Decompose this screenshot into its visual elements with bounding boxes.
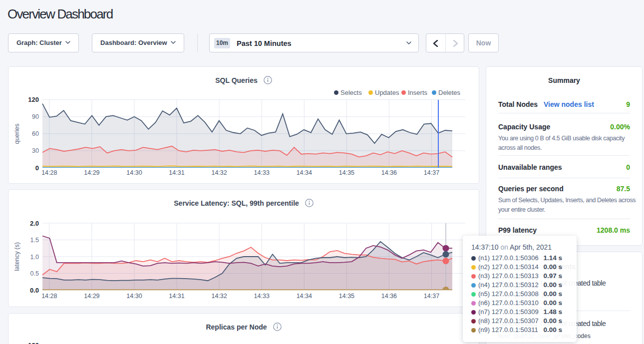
svg-text:30: 30 xyxy=(32,147,39,154)
svg-text:14:34: 14:34 xyxy=(297,169,312,176)
svg-text:60: 60 xyxy=(32,130,39,137)
svg-text:14:29: 14:29 xyxy=(84,293,99,300)
svg-text:14:36: 14:36 xyxy=(381,293,397,300)
svg-text:0.5: 0.5 xyxy=(30,270,39,277)
svg-text:0.0: 0.0 xyxy=(30,287,39,294)
svg-text:14:33: 14:33 xyxy=(254,169,270,176)
svg-text:14:34: 14:34 xyxy=(297,293,312,300)
svg-text:0: 0 xyxy=(35,164,39,172)
svg-text:14:29: 14:29 xyxy=(84,169,99,176)
svg-text:14:32: 14:32 xyxy=(211,293,227,300)
svg-text:14:28: 14:28 xyxy=(41,169,57,176)
svg-text:latency (s): latency (s) xyxy=(13,242,20,271)
svg-text:14:31: 14:31 xyxy=(169,293,184,300)
svg-text:120: 120 xyxy=(28,96,39,103)
svg-text:14:30: 14:30 xyxy=(126,169,142,176)
svg-text:14:35: 14:35 xyxy=(339,293,354,300)
svg-text:14:36: 14:36 xyxy=(381,169,397,176)
svg-text:1.0: 1.0 xyxy=(30,254,39,261)
svg-text:14:37: 14:37 xyxy=(424,169,439,176)
svg-text:14:35: 14:35 xyxy=(339,169,354,176)
svg-text:14:32: 14:32 xyxy=(211,169,227,176)
svg-text:14:31: 14:31 xyxy=(169,169,184,176)
svg-text:1.5: 1.5 xyxy=(30,237,39,244)
svg-text:14:33: 14:33 xyxy=(254,293,270,300)
svg-text:14:37: 14:37 xyxy=(424,293,439,300)
svg-text:14:28: 14:28 xyxy=(41,293,57,300)
svg-text:queries: queries xyxy=(13,124,20,144)
svg-text:2.0: 2.0 xyxy=(30,220,39,227)
svg-text:120: 120 xyxy=(28,342,39,344)
svg-text:14:30: 14:30 xyxy=(126,293,142,300)
svg-text:90: 90 xyxy=(32,113,39,120)
